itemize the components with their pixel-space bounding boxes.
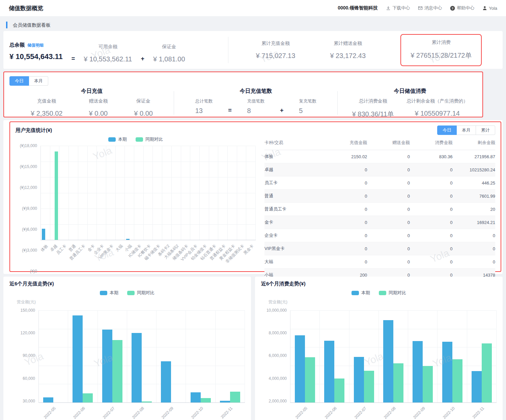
category-slot	[98, 310, 127, 402]
amount-cell: 0	[452, 256, 495, 268]
category-slot	[69, 146, 78, 240]
amount-cell: 0	[367, 243, 410, 255]
x-axis-label: 2022-06	[324, 406, 338, 420]
remaining-amount-label: 总计剩余金额（产生消费的）	[406, 98, 468, 104]
bar-同期对比-2022-10	[201, 398, 211, 402]
amount-cell: 0	[325, 190, 367, 202]
category-slot	[408, 310, 438, 402]
consume-trend-legend: 本期同期对比	[261, 289, 497, 297]
download-center-link[interactable]: 下载中心	[386, 5, 410, 11]
bar-本期-2022-07	[102, 330, 112, 402]
count-plus-sign: +	[280, 107, 284, 114]
card-type-cell: 员工卡	[264, 176, 325, 189]
help-center-link[interactable]: ? 帮助中心	[450, 5, 474, 11]
bar-本期-2022-09	[161, 361, 171, 402]
x-axis-label: 2022-10	[190, 406, 204, 420]
recharge-count-value: 8	[247, 107, 264, 115]
count-equals-sign: =	[228, 107, 232, 114]
x-axis-label: 2022-08	[383, 406, 397, 420]
gift-amount-value: ¥ 0.00	[89, 110, 108, 117]
gift-amount-label: 赠送金额	[89, 98, 108, 104]
user-recharge-chart: (¥)18,000(¥)15,000(¥)12,000(¥)9,000(¥)6,…	[16, 146, 256, 271]
help-icon: ?	[450, 6, 455, 11]
consume-trend-title: 近6个月消费走势(¥)	[261, 281, 497, 287]
available-balance-value: ¥ 10,553,562.11	[84, 55, 132, 63]
total-gift-value: ¥ 23,172.43	[330, 52, 366, 60]
today-sections: 今日充值 充值金额 ¥ 2,350.02 赠送金额 ¥ 0.00 保证金 ¥ 0…	[9, 86, 482, 119]
category-slot	[228, 146, 237, 240]
y-axis: 150,000120,00090,00060,00030,0000	[9, 310, 38, 420]
total-balance-value: ¥ 10,554,643.11	[9, 52, 63, 61]
total-gift-stat: 累计赠送金额 ¥ 23,172.43	[330, 40, 366, 60]
amount-cell: 0	[452, 243, 495, 255]
amount-cell: 0	[325, 203, 367, 215]
legend-item: 本期	[352, 290, 370, 296]
x-axis-label: 2022-09	[161, 406, 174, 420]
stored-value-detail-link[interactable]: 储值明细	[27, 43, 44, 48]
legend-color-chip	[352, 291, 359, 295]
amount-cell: 0	[367, 151, 410, 163]
x-axis-label: 2022-05	[43, 406, 57, 420]
card-type-cell: 大福	[264, 255, 325, 268]
available-balance-stat: 可用余额 ¥ 10,553,562.11	[84, 42, 132, 63]
category-slot	[127, 310, 157, 402]
x-axis: 体验卓越员工卡普通普通员工卡金卡企业卡VIP黑金卡大福小福IC储值卡IC餐饮卡磁…	[40, 240, 256, 271]
user-icon	[482, 6, 487, 10]
stats-tab-month[interactable]: 本月	[457, 125, 476, 135]
x-axis-label: 2022-07	[102, 406, 115, 420]
bar-本期-2022-10	[191, 392, 201, 402]
amount-cell: 0	[367, 177, 410, 189]
bar-本期-2022-11	[472, 371, 482, 402]
stats-tab-today[interactable]: 今日	[437, 125, 457, 135]
remaining-amount-stat: 总计剩余金额（产生消费的） ¥ 10550977.14	[406, 98, 468, 117]
message-center-link[interactable]: 消息中心	[418, 5, 442, 11]
card-type-cell: 金卡	[264, 216, 325, 229]
today-consume-section: 今日储值消费 总计消费金额 ¥ 830.36/11单 总计剩余金额（产生消费的）…	[338, 86, 482, 119]
total-consume-stat: 累计消费 ¥ 276515.28/2172单	[411, 39, 472, 60]
x-axis: 2022-052022-062022-072022-082022-092022-…	[38, 403, 245, 420]
user-menu[interactable]: Yola	[482, 6, 497, 11]
stats-tab-cumulative[interactable]: 累计	[476, 125, 495, 135]
table-row: 金卡00016924.21	[264, 216, 495, 229]
recharge-stats-chart-column: 本期同期对比 (¥)18,000(¥)15,000(¥)12,000(¥)9,0…	[16, 136, 256, 282]
category-slot	[438, 310, 467, 402]
y-axis-tick: (¥)0	[30, 269, 37, 274]
category-slot	[290, 310, 320, 402]
equals-sign: =	[72, 55, 75, 62]
y-axis-tick: 6,000,000	[269, 353, 287, 358]
today-count-section: 今日充值笔数 总计笔数 13 = 充值笔数 8 + 复充笔数 5	[174, 86, 338, 119]
today-count-title: 今日充值笔数	[174, 88, 338, 95]
category-slot	[216, 310, 245, 402]
download-center-label: 下载中心	[392, 5, 410, 11]
card-type-cell: 卓越	[264, 163, 325, 176]
remaining-amount-value: ¥ 10550977.14	[406, 110, 468, 117]
download-icon	[386, 6, 391, 10]
table-row: 体验2150.020830.36271956.87	[264, 150, 495, 163]
amount-cell: 20	[452, 203, 495, 215]
card-type-cell: VIP黑金卡	[264, 242, 325, 255]
amount-cell: 0	[410, 256, 453, 268]
repeat-count-label: 复充笔数	[299, 98, 316, 104]
bar-同期对比-2022-11	[230, 392, 240, 402]
amount-cell: 0	[452, 230, 495, 242]
amount-cell: 2150.02	[325, 151, 367, 163]
bar-同期对比-2022-08	[142, 401, 152, 402]
column-header: 充值金额	[325, 136, 367, 150]
legend-item: 本期	[108, 136, 127, 142]
category-slot	[186, 310, 215, 402]
tab-month[interactable]: 本月	[29, 76, 48, 86]
table-row: 大福0000	[264, 255, 495, 269]
bar-本期-2022-05	[295, 335, 305, 402]
x-axis-label: 体验	[39, 243, 49, 253]
repeat-count-value: 5	[299, 107, 316, 115]
bar-本期-2022-06	[324, 341, 334, 402]
legend-color-chip	[136, 137, 143, 142]
company-name: 0000.领锋智能科技	[338, 5, 378, 11]
balance-summary-card: 总余额 储值明细 ¥ 10,554,643.11 = 可用余额 ¥ 10,553…	[3, 31, 503, 69]
deposit-amount-stat: 保证金 ¥ 0.00	[134, 98, 153, 117]
y-axis: 10,000,0008,000,0006,000,0004,000,0002,0…	[261, 310, 290, 420]
deposit-amount-value: ¥ 0.00	[134, 110, 153, 117]
tab-today[interactable]: 今日	[9, 76, 29, 86]
top-bar: 储值数据概览 0000.领锋智能科技 下载中心 消息中心 ? 帮助中心 Yola	[0, 0, 506, 16]
category-slot	[181, 146, 191, 240]
